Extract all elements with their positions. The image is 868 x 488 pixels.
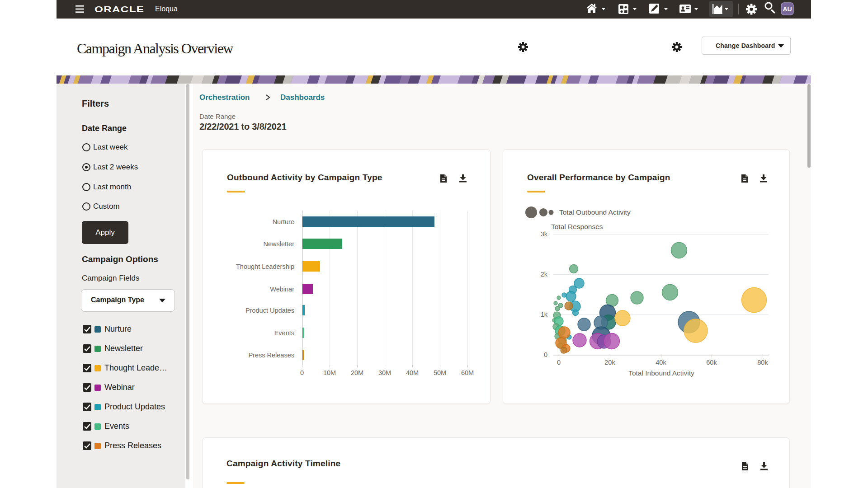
svg-text:Press Releases: Press Releases	[248, 352, 294, 359]
svg-text:Product Updates: Product Updates	[245, 307, 294, 314]
svg-text:3k: 3k	[541, 230, 548, 238]
svg-text:Events: Events	[274, 329, 294, 337]
svg-text:0: 0	[557, 359, 561, 366]
svg-text:Total Inbound Activity: Total Inbound Activity	[628, 369, 694, 377]
svg-text:Total Outbound Activity: Total Outbound Activity	[559, 208, 631, 216]
svg-text:30M: 30M	[378, 369, 391, 376]
svg-text:60k: 60k	[706, 359, 717, 366]
svg-text:20M: 20M	[351, 369, 363, 376]
svg-text:10M: 10M	[323, 369, 336, 376]
svg-text:Nurture: Nurture	[273, 218, 294, 225]
svg-text:Webinar: Webinar	[270, 286, 294, 293]
svg-text:2k: 2k	[541, 271, 548, 278]
svg-text:Total Responses: Total Responses	[551, 223, 603, 230]
svg-text:AU: AU	[783, 5, 792, 13]
svg-text:80k: 80k	[757, 359, 768, 366]
svg-text:ORACLE: ORACLE	[94, 5, 144, 14]
svg-text:40k: 40k	[656, 359, 666, 366]
svg-text:20k: 20k	[604, 359, 615, 366]
svg-text:Thought Leadership: Thought Leadership	[236, 263, 294, 270]
svg-text:60M: 60M	[461, 369, 474, 376]
svg-text:0: 0	[544, 351, 547, 358]
svg-text:Newsletter: Newsletter	[264, 240, 295, 248]
svg-text:1k: 1k	[541, 311, 548, 318]
svg-text:50M: 50M	[434, 369, 446, 376]
svg-text:0: 0	[300, 369, 304, 376]
svg-text:40M: 40M	[406, 369, 419, 376]
